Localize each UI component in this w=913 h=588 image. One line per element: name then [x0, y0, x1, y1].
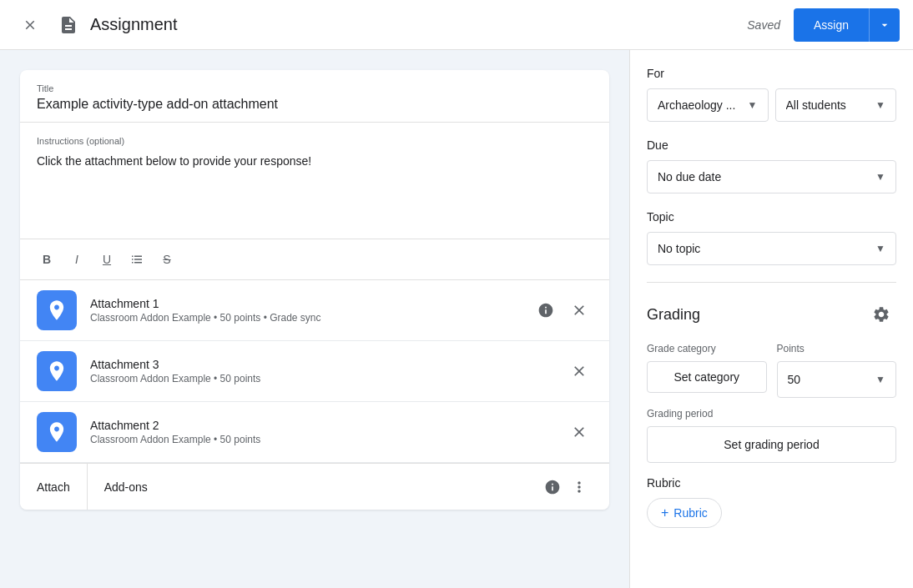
italic-button[interactable]: I	[63, 246, 90, 273]
attachment-remove-button[interactable]	[566, 297, 593, 324]
add-rubric-button[interactable]: + Rubric	[647, 498, 722, 528]
attach-area[interactable]: Attach	[20, 464, 87, 510]
attachment-remove-button[interactable]	[566, 419, 593, 445]
header: Assignment Saved Assign	[0, 0, 913, 50]
grading-settings-button[interactable]	[866, 299, 896, 329]
addons-area: Add-ons	[87, 464, 609, 510]
addons-more-button[interactable]	[566, 474, 593, 500]
list-item: Attachment 2 Classroom Addon Example • 5…	[20, 402, 609, 463]
attachment-meta: Classroom Addon Example • 50 points	[90, 373, 566, 384]
list-item: Attachment 1 Classroom Addon Example • 5…	[20, 280, 609, 341]
due-section: Due No due date ▼	[647, 138, 896, 193]
attachment-info-button[interactable]	[532, 297, 559, 324]
due-dropdown[interactable]: No due date ▼	[647, 160, 896, 193]
students-dropdown[interactable]: All students ▼	[775, 88, 897, 122]
bold-button[interactable]: B	[33, 246, 60, 273]
doc-icon	[53, 10, 83, 40]
title-label: Title	[37, 83, 593, 93]
attachment-actions	[532, 297, 593, 324]
topic-chevron-icon: ▼	[875, 243, 885, 254]
underline-button[interactable]: U	[93, 246, 120, 273]
attachment-actions	[566, 358, 593, 384]
assignment-card: Title Instructions (optional) Click the …	[20, 70, 609, 510]
attachment-name: Attachment 3	[90, 358, 566, 371]
plus-icon: +	[661, 505, 668, 520]
list-item: Attachment 3 Classroom Addon Example • 5…	[20, 341, 609, 402]
assign-button[interactable]: Assign	[794, 8, 869, 42]
left-panel: Title Instructions (optional) Click the …	[0, 50, 629, 588]
close-button[interactable]	[13, 8, 47, 42]
points-chevron-icon: ▼	[875, 374, 885, 385]
instructions-section: Instructions (optional) Click the attach…	[20, 123, 609, 239]
for-section: For Archaeology ... ▼ All students ▼	[647, 67, 896, 122]
attachment-info: Attachment 1 Classroom Addon Example • 5…	[90, 297, 532, 324]
points-dropdown[interactable]: 50 ▼	[777, 361, 897, 398]
attachment-icon	[37, 351, 77, 391]
set-grading-period-button[interactable]: Set grading period	[647, 426, 896, 463]
attachment-name: Attachment 1	[90, 297, 532, 310]
assign-btn-group: Assign	[794, 8, 900, 42]
for-dropdowns: Archaeology ... ▼ All students ▼	[647, 88, 896, 122]
topic-dropdown[interactable]: No topic ▼	[647, 232, 896, 265]
topic-label: Topic	[647, 210, 896, 224]
attachment-meta: Classroom Addon Example • 50 points	[90, 434, 566, 445]
attachment-icon	[37, 290, 77, 330]
points-col: Points 50 ▼	[777, 343, 897, 398]
title-input[interactable]	[37, 97, 593, 112]
title-section: Title	[20, 70, 609, 123]
add-rubric-label: Rubric	[673, 506, 707, 520]
page-title: Assignment	[90, 15, 747, 34]
due-label: Due	[647, 138, 896, 152]
grading-title: Grading	[647, 306, 700, 324]
due-value: No due date	[658, 170, 721, 183]
points-label: Points	[777, 343, 897, 354]
app-container: Assignment Saved Assign Title Instructio…	[0, 0, 913, 588]
grading-section: Grading Grade category Set category Poin…	[647, 299, 896, 528]
grading-period-section: Grading period Set grading period	[647, 408, 896, 463]
attachment-name: Attachment 2	[90, 419, 566, 432]
class-chevron-icon: ▼	[748, 99, 758, 111]
students-chevron-icon: ▼	[875, 99, 885, 111]
list-button[interactable]	[124, 246, 150, 273]
attachment-actions	[566, 419, 593, 445]
grade-row: Grade category Set category Points 50 ▼	[647, 343, 896, 398]
formatting-toolbar: B I U S	[20, 239, 609, 280]
attachment-meta: Classroom Addon Example • 50 points • Gr…	[90, 312, 532, 324]
main-area: Title Instructions (optional) Click the …	[0, 50, 913, 588]
students-value: All students	[786, 98, 846, 112]
due-chevron-icon: ▼	[875, 171, 885, 183]
set-category-button[interactable]: Set category	[647, 361, 767, 393]
attachment-remove-button[interactable]	[566, 358, 593, 384]
attachment-icon	[37, 412, 77, 452]
addons-info-button[interactable]	[539, 474, 566, 500]
for-label: For	[647, 67, 896, 80]
bottom-section: Attach Add-ons	[20, 463, 609, 510]
topic-value: No topic	[658, 242, 700, 255]
topic-section: Topic No topic ▼	[647, 210, 896, 283]
attachment-info: Attachment 3 Classroom Addon Example • 5…	[90, 358, 566, 384]
instructions-text[interactable]: Click the attachment below to provide yo…	[37, 153, 593, 170]
class-value: Archaeology ...	[658, 98, 735, 112]
instructions-label: Instructions (optional)	[37, 136, 593, 146]
addons-label: Add-ons	[104, 480, 539, 494]
class-dropdown[interactable]: Archaeology ... ▼	[647, 88, 769, 122]
assign-dropdown-button[interactable]	[869, 8, 900, 42]
attach-label: Attach	[37, 480, 70, 494]
saved-status: Saved	[747, 18, 780, 32]
grade-category-col: Grade category Set category	[647, 343, 767, 398]
grading-header: Grading	[647, 299, 896, 329]
rubric-label: Rubric	[647, 476, 896, 490]
strikethrough-button[interactable]: S	[154, 246, 180, 273]
right-panel: For Archaeology ... ▼ All students ▼ Due	[629, 50, 913, 588]
rubric-section: Rubric + Rubric	[647, 476, 896, 528]
grading-period-label: Grading period	[647, 408, 896, 420]
attachment-info: Attachment 2 Classroom Addon Example • 5…	[90, 419, 566, 445]
grade-category-label: Grade category	[647, 343, 767, 354]
points-value: 50	[788, 373, 801, 386]
